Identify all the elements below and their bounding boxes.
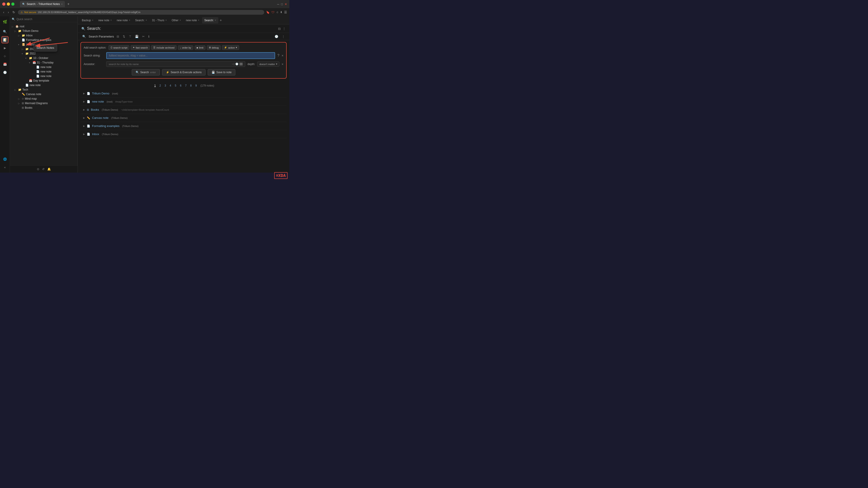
tree-item-thursday[interactable]: ▾ 📅 31 - Thursday <box>10 60 78 65</box>
include-archived-btn[interactable]: ☰ include archived <box>151 45 177 50</box>
toolbar-save-icon[interactable]: 💾 <box>134 34 140 39</box>
page-8[interactable]: 8 <box>189 84 193 88</box>
ancestor-input-wrapper[interactable]: search for note by its name →| 🕐 ✕ <box>106 61 245 67</box>
ancestor-clear-icon[interactable]: ✕ <box>239 63 243 66</box>
new-tab-button[interactable]: + <box>66 1 71 7</box>
tree-item-newnote1[interactable]: ▷ 📄 new note <box>10 65 78 69</box>
result-item-formatting[interactable]: ▶ 📄 Formatting examples (Trilium Demo) <box>81 122 287 130</box>
search-string-input[interactable] <box>106 52 275 59</box>
tree-item-mermaid[interactable]: ▷ ⊞ Mermaid Diagrams <box>10 101 78 105</box>
collapse-sidebar-btn[interactable]: « <box>1 164 8 171</box>
toolbar-history-icon[interactable]: 🕐 <box>274 34 279 39</box>
result-link[interactable]: Inbox <box>92 132 99 136</box>
tree-item-canvas[interactable]: ▷ ✏️ Canvas note <box>10 92 78 96</box>
reload-button[interactable]: ↻ <box>11 10 16 14</box>
tab-close-newnote1[interactable]: × <box>111 19 112 22</box>
tab-close-newnote3[interactable]: × <box>198 19 199 22</box>
tab-newnote3[interactable]: new note × <box>184 17 202 24</box>
tree-item-newnote3[interactable]: ▷ 📄 new note <box>10 74 78 78</box>
page-7[interactable]: 7 <box>184 84 188 88</box>
tab-close-backup[interactable]: × <box>92 19 93 22</box>
ancestor-arrow-icon[interactable]: →| <box>231 63 235 66</box>
tree-item-october[interactable]: ▾ 📁 10 - October <box>10 56 78 60</box>
history-btn[interactable]: 🕐 <box>1 69 8 76</box>
page-2[interactable]: 2 <box>158 84 162 88</box>
page-1[interactable]: 1 <box>153 84 157 88</box>
result-link[interactable]: Trilium Demo <box>92 92 110 95</box>
result-link[interactable]: Canvas note <box>92 116 108 120</box>
tree-item-2022[interactable]: ▾ 📁 2022 <box>10 51 78 56</box>
tab-search1[interactable]: Search: × <box>133 17 149 24</box>
depth-select[interactable]: doesn't matter ▾ <box>257 61 279 67</box>
tree-item-daytemplate[interactable]: ▷ 📅 Day template <box>10 78 78 83</box>
note-map-btn[interactable]: ⊹ <box>1 53 8 60</box>
tree-item-trilium-demo[interactable]: ▷ 📁 Trilium Demo <box>10 29 78 33</box>
minimize-button[interactable]: − <box>7 2 10 6</box>
ancestor-clock-icon[interactable]: 🕐 <box>235 63 239 66</box>
tree-item-root[interactable]: ▷ 🏠 root <box>10 24 78 29</box>
extensions-icon[interactable]: 🛡 <box>272 11 274 14</box>
search-execute-btn[interactable]: ⚡ Search & Execute actions <box>162 69 206 75</box>
quick-search-input[interactable] <box>17 18 76 21</box>
menu-icon[interactable]: ☰ <box>284 10 287 14</box>
add-tab-button[interactable]: + <box>219 18 223 22</box>
tab-close-thursday[interactable]: × <box>165 19 167 22</box>
tree-item-tech[interactable]: ▷ 📁 Tech <box>10 88 78 92</box>
action-btn[interactable]: ⚡ action ▾ <box>222 45 239 50</box>
search-btn[interactable]: 🔍 Search enter <box>132 69 160 75</box>
page-5[interactable]: 5 <box>174 84 178 88</box>
page-6[interactable]: 6 <box>179 84 183 88</box>
page-3[interactable]: 3 <box>163 84 167 88</box>
tab-thursday[interactable]: 31 - Thurs × <box>150 17 169 24</box>
result-item-books[interactable]: ▶ ⊞ Books (Trilium Demo) ~child:template… <box>81 106 287 114</box>
save-to-note-btn[interactable]: 💾 Save to note <box>208 69 235 75</box>
quick-search-btn[interactable]: 🔍 <box>1 28 8 35</box>
tab-backup[interactable]: Backup × <box>80 17 96 24</box>
bell-icon[interactable]: 🔔 <box>47 167 51 171</box>
tab-close-search1[interactable]: × <box>146 19 147 22</box>
tab-close-btn[interactable]: × <box>61 3 63 5</box>
toolbar-info-icon[interactable]: ℹ <box>147 34 150 39</box>
page-4[interactable]: 4 <box>168 84 173 88</box>
toolbar-sliders-icon[interactable]: ⊟ <box>116 34 120 39</box>
tab-newnote1[interactable]: new note × <box>96 17 114 24</box>
maximize-button[interactable]: □ <box>11 2 14 6</box>
layers-icon[interactable]: ⊙ <box>37 167 39 171</box>
download-icon[interactable]: ⬇ <box>280 11 282 14</box>
toolbar-kebab-icon[interactable]: ⋮ <box>281 34 286 39</box>
result-item-canvas[interactable]: ▶ ✏️ Canvas note (Trilium Demo) <box>81 114 287 122</box>
order-by-btn[interactable]: ↓ order by <box>178 45 193 50</box>
back-button[interactable]: ‹ <box>2 10 5 14</box>
tab-newnote2[interactable]: new note × <box>114 17 132 24</box>
result-link[interactable]: Formatting examples <box>92 124 119 128</box>
close-button[interactable]: × <box>2 2 5 6</box>
tab-close-newnote2[interactable]: × <box>129 19 130 22</box>
tab-close-other[interactable]: × <box>180 19 181 22</box>
toolbar-scissors-icon[interactable]: ✂ <box>141 34 146 39</box>
search-help-icon[interactable]: ? <box>277 54 279 58</box>
url-bar[interactable]: ⚠ Not secure 192.168.29.53:8080/#root/_h… <box>18 10 264 15</box>
tree-item-books[interactable]: ▷ ⊞ Books <box>10 105 78 110</box>
fast-search-btn[interactable]: ✦ fast search <box>131 45 150 50</box>
tab-other[interactable]: Other × <box>169 17 183 24</box>
result-link[interactable]: Books <box>91 108 99 111</box>
bookmark-icon[interactable]: 🔖 <box>266 11 270 14</box>
page-9[interactable]: 9 <box>194 84 198 88</box>
debug-btn[interactable]: ⊞ debug <box>207 45 221 50</box>
tree-item-formatting[interactable]: ▷ 📄 Formatting examples <box>10 38 78 42</box>
tree-item-mindmap[interactable]: ▷ ⊹ Mind map <box>10 96 78 101</box>
result-item-newnote[interactable]: ▶ 📄 new note (root) #mapType=tree <box>81 98 287 106</box>
search-script-btn[interactable]: ⟨⟩ search script <box>108 45 129 50</box>
recent-notes-btn[interactable]: ▶ <box>1 44 8 52</box>
ancestor-row-close-icon[interactable]: × <box>282 62 283 66</box>
result-link[interactable]: new note <box>92 100 104 103</box>
maximize-window-btn[interactable]: □ <box>281 2 283 6</box>
toolbar-filter-icon[interactable]: ⊤ <box>128 34 132 39</box>
tab-close-search2[interactable]: × <box>215 19 216 22</box>
panel-toggle-icon[interactable]: ⊟ <box>278 27 281 31</box>
result-item-trilium-demo[interactable]: ▶ 📄 Trilium Demo (root) <box>81 90 287 98</box>
music-icon[interactable]: ♫ <box>276 11 278 14</box>
tree-item-inbox[interactable]: ▷ 📁 Inbox <box>10 33 78 38</box>
tree-item-newnote-journal[interactable]: ▷ 📄 new note <box>10 83 78 88</box>
globe-btn[interactable]: 🌐 <box>1 156 8 163</box>
